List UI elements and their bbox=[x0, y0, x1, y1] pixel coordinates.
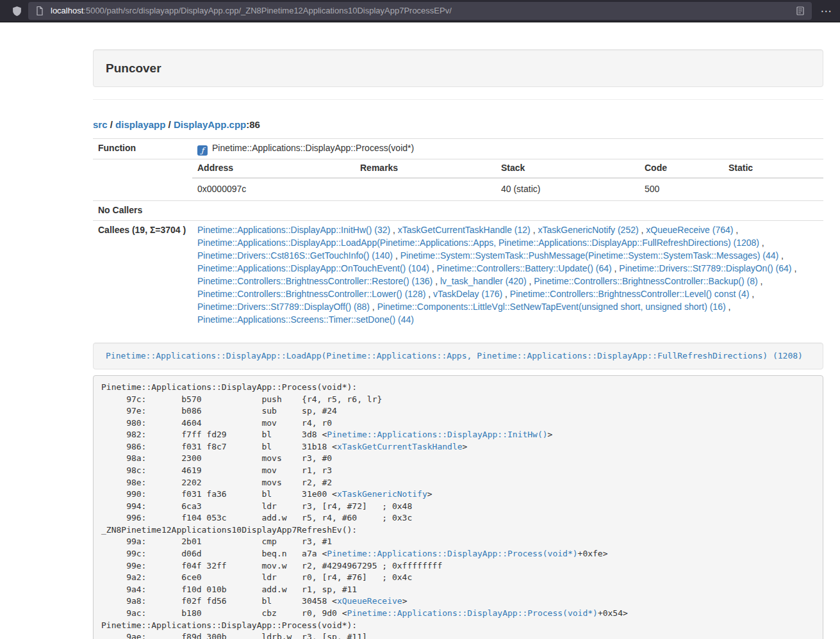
function-name: Pinetime::Applications::DisplayApp::Proc… bbox=[212, 143, 414, 153]
callee-separator: , bbox=[390, 225, 398, 235]
app-title-panel: Puncover bbox=[93, 49, 823, 87]
callee-link[interactable]: Pinetime::Controllers::BrightnessControl… bbox=[197, 289, 425, 299]
callee-link[interactable]: xTaskGetCurrentTaskHandle (12) bbox=[398, 225, 531, 235]
callee-separator: , bbox=[612, 263, 620, 273]
code-symbol-link[interactable]: xTaskGetCurrentTaskHandle bbox=[337, 442, 463, 451]
callee-separator: , bbox=[726, 302, 731, 312]
callee-separator: , bbox=[531, 225, 538, 235]
callee-separator: , bbox=[393, 250, 400, 261]
stats-row: AddressRemarksStackCodeStatic 0x0000097c… bbox=[93, 159, 823, 201]
callee-link[interactable]: Pinetime::Controllers::Battery::Update()… bbox=[437, 263, 612, 273]
stats-value bbox=[355, 178, 496, 200]
callee-separator: , bbox=[758, 276, 763, 286]
callee-separator: , bbox=[749, 289, 754, 299]
callee-link[interactable]: Pinetime::Drivers::St7789::DisplayOn() (… bbox=[619, 263, 791, 273]
page-info-icon bbox=[35, 6, 45, 16]
breadcrumb: src / displayapp / DisplayApp.cpp:86 bbox=[93, 118, 823, 131]
callers-label: No Callers bbox=[93, 201, 192, 221]
callees-label: Callees (19, Σ=3704 ) bbox=[93, 221, 192, 330]
browser-toolbar: localhost:5000/path/src/displayapp/Displ… bbox=[0, 0, 840, 22]
highlighted-callee-link[interactable]: Pinetime::Applications::DisplayApp::Load… bbox=[106, 351, 803, 360]
code-symbol-link[interactable]: Pinetime::Applications::DisplayApp::Proc… bbox=[347, 608, 598, 618]
callee-link[interactable]: xQueueReceive (764) bbox=[646, 225, 733, 235]
callees-row: Callees (19, Σ=3704 ) Pinetime::Applicat… bbox=[93, 221, 823, 330]
function-row: Function ƒPinetime::Applications::Displa… bbox=[93, 138, 823, 159]
callee-link[interactable]: lv_task_handler (420) bbox=[440, 276, 527, 286]
callee-separator: , bbox=[429, 263, 437, 273]
stats-value-row: 0x0000097c40 (static)500 bbox=[192, 178, 823, 200]
shield-icon bbox=[12, 6, 22, 17]
page-content: Puncover src / displayapp / DisplayApp.c… bbox=[93, 22, 823, 639]
breadcrumb-link[interactable]: DisplayApp.cpp bbox=[174, 119, 246, 130]
stats-header: Remarks bbox=[355, 159, 496, 178]
stats-value: 500 bbox=[639, 178, 723, 200]
stats-header: Address bbox=[192, 159, 355, 178]
callee-link[interactable]: Pinetime::Drivers::St7789::DisplayOff() … bbox=[197, 302, 370, 312]
stats-row-label bbox=[93, 159, 192, 201]
breadcrumb-separator: / bbox=[108, 119, 116, 130]
overflow-menu-button[interactable]: ⋯ bbox=[816, 2, 836, 20]
stats-table: AddressRemarksStackCodeStatic 0x0000097c… bbox=[192, 159, 823, 200]
breadcrumb-links: src / displayapp / DisplayApp.cpp bbox=[93, 119, 246, 130]
callers-value bbox=[192, 201, 823, 221]
callee-link[interactable]: Pinetime::Applications::DisplayApp::Init… bbox=[197, 225, 390, 235]
callee-separator: , bbox=[639, 225, 646, 235]
callee-separator: , bbox=[370, 302, 377, 312]
symbol-table: Function ƒPinetime::Applications::Displa… bbox=[93, 138, 823, 330]
page-info-button[interactable] bbox=[35, 6, 45, 16]
function-type-icon: ƒ bbox=[197, 145, 208, 156]
callee-link[interactable]: Pinetime::Drivers::Cst816S::GetTouchInfo… bbox=[197, 250, 393, 261]
callee-link[interactable]: Pinetime::Controllers::BrightnessControl… bbox=[197, 276, 432, 286]
callee-separator: , bbox=[792, 263, 797, 273]
code-symbol-link[interactable]: xTaskGenericNotify bbox=[337, 489, 427, 499]
callee-link[interactable]: Pinetime::System::SystemTask::PushMessag… bbox=[400, 250, 779, 261]
callee-link[interactable]: vTaskDelay (176) bbox=[433, 289, 502, 299]
breadcrumb-link[interactable]: src bbox=[93, 119, 108, 130]
reader-view-icon bbox=[795, 6, 805, 16]
callee-separator: , bbox=[502, 289, 510, 299]
callee-link[interactable]: xTaskGenericNotify (252) bbox=[538, 225, 638, 235]
code-symbol-link[interactable]: Pinetime::Applications::DisplayApp::Init… bbox=[327, 430, 547, 439]
divider bbox=[93, 99, 823, 100]
callee-separator: , bbox=[527, 276, 534, 286]
code-symbol-link[interactable]: xQueueReceive bbox=[337, 596, 402, 606]
reader-view-button[interactable] bbox=[795, 6, 805, 16]
stats-value: 0x0000097c bbox=[192, 178, 355, 200]
highlighted-callee-panel: Pinetime::Applications::DisplayApp::Load… bbox=[93, 343, 823, 369]
disassembly-code: Pinetime::Applications::DisplayApp::Proc… bbox=[93, 375, 823, 639]
stats-value: 40 (static) bbox=[496, 178, 639, 200]
callee-link[interactable]: Pinetime::Applications::DisplayApp::Load… bbox=[197, 238, 759, 248]
callee-separator: , bbox=[759, 238, 764, 248]
callee-separator: , bbox=[432, 276, 440, 286]
breadcrumb-link[interactable]: displayapp bbox=[115, 119, 165, 130]
breadcrumb-separator: / bbox=[165, 119, 174, 130]
url-bar[interactable]: localhost:5000/path/src/displayapp/Displ… bbox=[28, 2, 812, 20]
url-host: localhost bbox=[51, 6, 83, 15]
stats-value bbox=[723, 178, 823, 200]
url-path: :5000/path/src/displayapp/DisplayApp.cpp… bbox=[83, 6, 452, 15]
callee-link[interactable]: Pinetime::Controllers::BrightnessControl… bbox=[534, 276, 757, 286]
stats-header: Static bbox=[723, 159, 823, 178]
breadcrumb-line-number: :86 bbox=[246, 119, 260, 130]
callers-row: No Callers bbox=[93, 201, 823, 221]
callee-separator: , bbox=[778, 250, 784, 261]
callee-link[interactable]: Pinetime::Controllers::BrightnessControl… bbox=[510, 289, 749, 299]
stats-header: Code bbox=[639, 159, 723, 178]
overflow-menu-icon: ⋯ bbox=[821, 4, 832, 18]
app-title-link[interactable]: Puncover bbox=[106, 61, 161, 75]
function-value: ƒPinetime::Applications::DisplayApp::Pro… bbox=[192, 138, 823, 159]
function-label: Function bbox=[93, 138, 192, 159]
stats-header: Stack bbox=[496, 159, 639, 178]
callee-link[interactable]: Pinetime::Applications::Screens::Timer::… bbox=[197, 314, 414, 325]
code-symbol-link[interactable]: Pinetime::Applications::DisplayApp::Proc… bbox=[327, 549, 577, 558]
callee-link[interactable]: Pinetime::Components::LittleVgl::SetNewT… bbox=[377, 302, 726, 312]
stats-header-row: AddressRemarksStackCodeStatic bbox=[192, 159, 823, 178]
callee-separator: , bbox=[733, 225, 738, 235]
url-text: localhost:5000/path/src/displayapp/Displ… bbox=[51, 5, 452, 17]
callee-separator: , bbox=[425, 289, 433, 299]
callee-link[interactable]: Pinetime::Applications::DisplayApp::OnTo… bbox=[197, 263, 429, 273]
tracking-protection-button[interactable] bbox=[6, 2, 27, 20]
callees-list: Pinetime::Applications::DisplayApp::Init… bbox=[192, 221, 823, 330]
